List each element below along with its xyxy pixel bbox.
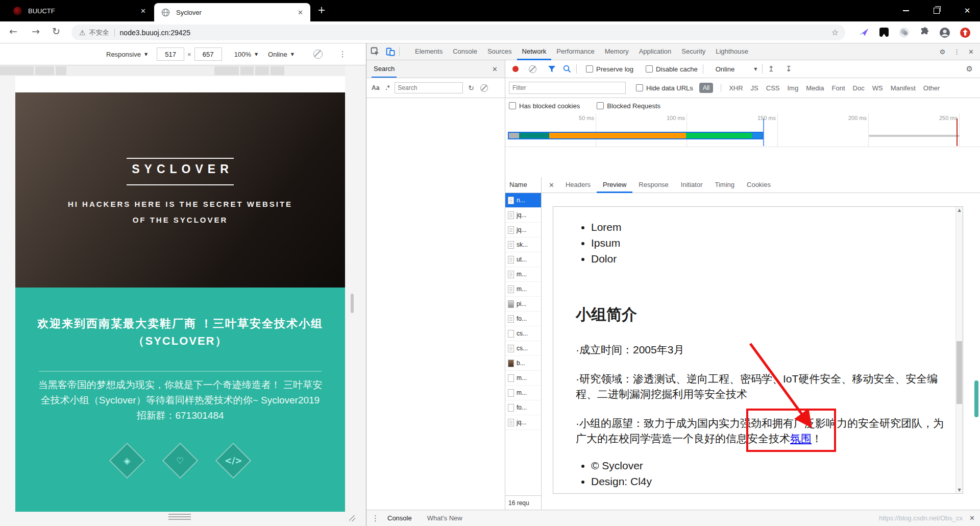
filter-chip-js[interactable]: JS [751, 84, 758, 92]
search-close-icon[interactable]: ✕ [492, 65, 498, 73]
viewport-scrollbar[interactable] [351, 294, 354, 313]
window-minimize-button[interactable] [894, 0, 918, 21]
request-row[interactable]: jq... [505, 208, 541, 223]
new-tab-button[interactable]: + [317, 4, 326, 15]
hide-data-urls-checkbox[interactable]: Hide data URLs [636, 84, 693, 92]
devtools-tab-network[interactable]: Network [517, 43, 552, 60]
network-overview-timeline[interactable]: 50 ms100 ms150 ms200 ms250 ms [505, 113, 980, 147]
scroll-up-icon[interactable]: ▲ [956, 208, 963, 212]
settings-gear-icon[interactable]: ⚙ [939, 48, 945, 56]
name-column-header[interactable]: Name [505, 177, 542, 193]
viewport-resize-handle[interactable] [168, 514, 191, 521]
address-bar[interactable]: ⚠ 不安全 node3.buuoj.cn:29425 ☆ [71, 25, 845, 40]
filter-chip-manifest[interactable]: Manifest [891, 84, 916, 92]
drawer-tab-whats-new[interactable]: What's New [427, 514, 462, 522]
devtools-tab-performance[interactable]: Performance [551, 43, 599, 60]
extension-bird-icon[interactable] [859, 27, 869, 39]
detail-tab-preview[interactable]: Preview [597, 177, 632, 193]
filter-chip-xhr[interactable]: XHR [729, 84, 743, 92]
match-case-toggle[interactable]: Aa [372, 84, 379, 91]
detail-tab-timing[interactable]: Timing [708, 177, 741, 193]
request-row[interactable]: cs... [505, 341, 541, 356]
request-row[interactable]: jq... [505, 223, 541, 237]
heart-icon[interactable]: ♡ [162, 443, 199, 479]
drawer-menu-icon[interactable]: ⋮ [372, 514, 379, 523]
update-arrow-icon[interactable] [960, 27, 971, 40]
devtools-tab-elements[interactable]: Elements [410, 43, 448, 60]
drawer-close-icon[interactable]: ✕ [969, 514, 975, 522]
request-row[interactable]: cs... [505, 326, 541, 341]
bookmark-star-icon[interactable]: ☆ [831, 28, 839, 37]
record-icon[interactable] [512, 66, 519, 72]
toggle-device-toolbar-icon[interactable] [386, 47, 395, 56]
detail-tab-headers[interactable]: Headers [559, 177, 597, 193]
request-row[interactable]: m... [505, 282, 541, 297]
regex-toggle[interactable]: .* [385, 84, 389, 91]
preview-scrollbar[interactable]: ▲ ▼ [955, 207, 963, 493]
export-har-icon[interactable]: ↧ [786, 64, 792, 74]
clear-search-icon[interactable] [480, 84, 488, 92]
request-waterfall-bar[interactable] [508, 132, 763, 139]
browser-tab-syclover[interactable]: Syclover ✕ [154, 3, 310, 21]
devtools-tab-lighthouse[interactable]: Lighthouse [710, 43, 753, 60]
detail-tab-cookies[interactable]: Cookies [741, 177, 777, 193]
preserve-log-checkbox[interactable]: Preserve log [586, 65, 633, 73]
filter-funnel-icon[interactable] [548, 65, 556, 73]
filter-chip-doc[interactable]: Doc [853, 84, 865, 92]
import-har-icon[interactable]: ↥ [768, 64, 774, 74]
filter-chip-media[interactable]: Media [806, 84, 824, 92]
clear-network-icon[interactable] [529, 65, 536, 73]
devtools-menu-icon[interactable]: ⋮ [953, 48, 960, 56]
disable-cache-checkbox[interactable]: Disable cache [646, 65, 698, 73]
security-chip[interactable]: 不安全 [89, 28, 109, 37]
network-filter-input[interactable] [509, 82, 626, 94]
fenwei-link[interactable]: 氛围 [790, 433, 812, 444]
inspect-element-icon[interactable] [371, 47, 380, 56]
more-options-icon[interactable]: ⋮ [339, 50, 347, 59]
back-icon[interactable]: ← [9, 26, 17, 37]
url-text[interactable]: node3.buuoj.cn:29425 [120, 29, 191, 37]
devtools-close-icon[interactable]: ✕ [968, 48, 974, 56]
forward-icon[interactable]: → [32, 26, 40, 37]
code-icon[interactable]: </> [215, 443, 252, 479]
tab-close-icon[interactable]: ✕ [140, 7, 146, 15]
extension-photo-icon[interactable] [899, 27, 910, 40]
zoom-dropdown[interactable]: 100%▼ [234, 51, 258, 58]
devtools-tab-security[interactable]: Security [676, 43, 710, 60]
devtools-tab-memory[interactable]: Memory [600, 43, 634, 60]
window-close-button[interactable]: ✕ [955, 0, 979, 21]
search-input[interactable] [395, 82, 463, 93]
rotate-viewport-icon[interactable] [313, 50, 323, 59]
has-blocked-cookies-checkbox[interactable]: Has blocked cookies [509, 102, 580, 110]
request-row[interactable]: m... [505, 267, 541, 282]
request-row[interactable]: sk... [505, 237, 541, 252]
blocked-requests-checkbox[interactable]: Blocked Requests [597, 102, 660, 110]
devtools-tab-application[interactable]: Application [634, 43, 677, 60]
request-row[interactable]: fo... [505, 312, 541, 326]
window-restore-button[interactable] [925, 0, 948, 21]
filter-chip-other[interactable]: Other [923, 84, 940, 92]
viewport-height-input[interactable] [194, 47, 222, 61]
devtools-tab-sources[interactable]: Sources [482, 43, 517, 60]
browser-tab-buuctf[interactable]: BUUCTF ✕ [5, 0, 153, 21]
close-detail-icon[interactable]: ✕ [549, 181, 554, 189]
drawer-tab-console[interactable]: Console [387, 514, 412, 522]
request-row[interactable]: ut... [505, 252, 541, 267]
request-row[interactable]: jq... [505, 415, 541, 430]
devtools-tab-console[interactable]: Console [448, 43, 482, 60]
filter-chip-all[interactable]: All [699, 83, 713, 93]
search-network-icon[interactable] [563, 65, 571, 73]
request-row[interactable]: n... [505, 193, 541, 208]
devtools-scrollbar-thumb[interactable] [974, 380, 978, 417]
filter-chip-img[interactable]: Img [787, 84, 798, 92]
request-row[interactable]: fo... [505, 400, 541, 415]
detail-tab-response[interactable]: Response [632, 177, 675, 193]
request-row[interactable]: pi... [505, 297, 541, 312]
detail-tab-initiator[interactable]: Initiator [675, 177, 709, 193]
tab-close-icon[interactable]: ✕ [298, 9, 303, 16]
throttle-dropdown[interactable]: Online▼ [268, 51, 294, 58]
filter-chip-css[interactable]: CSS [766, 84, 780, 92]
filter-chip-ws[interactable]: WS [872, 84, 883, 92]
profile-avatar-icon[interactable] [939, 27, 950, 40]
throttling-dropdown[interactable]: Online ▼ [716, 65, 757, 73]
